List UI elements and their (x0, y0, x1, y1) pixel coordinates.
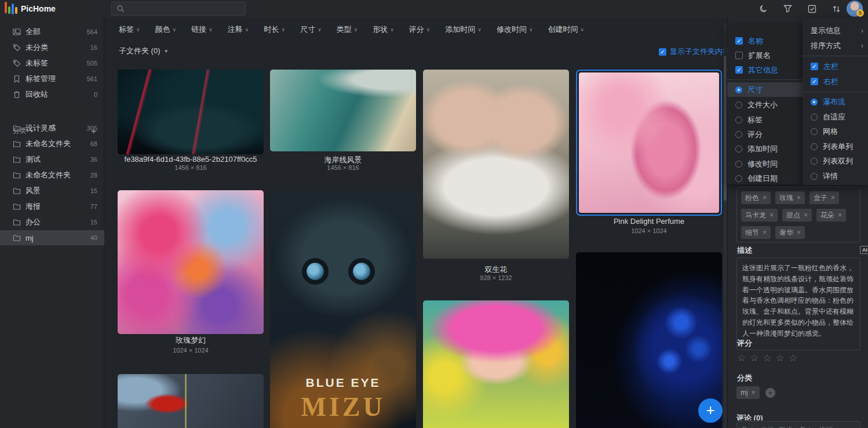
sidebar-folder-poster[interactable]: 海报 77 (0, 199, 104, 214)
tag-pill[interactable]: 花朵× (816, 209, 846, 222)
sidebar-folder-scenery[interactable]: 风景 15 (0, 183, 104, 198)
photo-title: Pink Delight Perfume (576, 217, 722, 226)
filter-link[interactable]: 链接∨ (191, 24, 213, 35)
filter-note[interactable]: 注释∨ (228, 24, 249, 35)
menu-item-label: 自适应 (823, 112, 845, 122)
send-icon[interactable]: ➤ (862, 426, 868, 428)
ai-badge[interactable]: AI (860, 246, 868, 254)
star-empty-icon[interactable]: ☆ (776, 352, 785, 364)
remove-tag-icon[interactable]: × (763, 194, 767, 202)
remove-category-icon[interactable]: × (752, 389, 756, 397)
subfolders-toggle[interactable]: 子文件夹 (0) ▾ (119, 46, 167, 56)
filter-duration[interactable]: 时长∨ (264, 24, 285, 35)
photo-thumbnail-car[interactable] (118, 70, 264, 154)
scrollbar-thumb[interactable] (724, 56, 727, 201)
menu-option-size[interactable]: 尺寸 (727, 82, 803, 97)
sidebar-item-untagged[interactable]: 未标签 505 (0, 56, 104, 71)
tag-label: 盒子 (814, 193, 827, 203)
sidebar-item-uncategorized[interactable]: 未分类 16 (0, 40, 104, 55)
menu-option-added-time[interactable]: 添加时间 (727, 142, 803, 156)
select-mode-icon[interactable] (807, 3, 817, 14)
menu-check-extension[interactable]: 扩展名 (727, 48, 803, 63)
star-empty-icon[interactable]: ☆ (737, 352, 746, 364)
photo-thumbnail-twins[interactable] (423, 70, 569, 259)
tag-pill[interactable]: 奢华× (775, 226, 805, 239)
photo-thumbnail-coast[interactable] (270, 70, 416, 151)
menu-option-filesize[interactable]: 文件大小 (727, 97, 803, 112)
add-button-fab[interactable]: + (698, 398, 723, 423)
menu-layout-grid[interactable]: 网格 (803, 124, 868, 139)
tag-pill[interactable]: 盒子× (809, 191, 839, 204)
photo-thumbnail-rose[interactable] (118, 190, 264, 334)
menu-check-other-info[interactable]: ✓ 其它信息 (727, 63, 803, 77)
rating-stars[interactable]: ☆ ☆ ☆ ☆ ☆ (737, 352, 797, 364)
menu-option-tags[interactable]: 标签 (727, 113, 803, 127)
photo-thumbnail-leopard[interactable] (576, 252, 722, 428)
sidebar-folder-test[interactable]: 测试 36 (0, 152, 104, 167)
tag-pill[interactable]: 玫瑰× (775, 191, 805, 204)
menu-layout-detail[interactable]: 详情 (803, 169, 868, 183)
menu-sort-mode[interactable]: 排序方式 › (803, 38, 868, 53)
tag-pill[interactable]: 甜点× (782, 209, 812, 222)
remove-tag-icon[interactable]: × (804, 211, 808, 219)
remove-tag-icon[interactable]: × (797, 194, 801, 202)
star-empty-icon[interactable]: ☆ (763, 352, 772, 364)
comment-input[interactable] (736, 421, 860, 428)
menu-layout-list-single[interactable]: 列表单列 (803, 139, 868, 154)
star-empty-icon[interactable]: ☆ (789, 352, 797, 364)
sidebar-item-tag-manager[interactable]: 标签管理 561 (0, 71, 104, 86)
filter-added-time[interactable]: 添加时间∨ (445, 24, 482, 35)
sort-icon[interactable] (831, 3, 841, 14)
remove-tag-icon[interactable]: × (831, 194, 835, 202)
filter-created-time[interactable]: 创建时间∨ (548, 24, 585, 35)
sidebar-folder-unnamed-1[interactable]: 未命名文件夹 68 (0, 136, 104, 151)
menu-check-left-column[interactable]: ✓ 左栏 (803, 59, 868, 74)
menu-layout-waterfall[interactable]: 瀑布流 (803, 95, 868, 109)
filter-icon[interactable] (782, 3, 793, 14)
dark-mode-icon[interactable] (758, 3, 768, 14)
add-category-circle-button[interactable]: + (765, 388, 775, 398)
sidebar-folder-mj-selected[interactable]: mj 40 (0, 230, 104, 245)
photo-thumbnail-pinkhair[interactable] (423, 300, 569, 428)
menu-check-right-column[interactable]: ✓ 右栏 (803, 74, 868, 89)
star-empty-icon[interactable]: ☆ (750, 352, 758, 364)
category-pill[interactable]: mj× (736, 386, 760, 399)
photo-thumbnail-parking[interactable] (118, 374, 264, 428)
filter-modified-time[interactable]: 修改时间∨ (497, 24, 533, 35)
menu-option-created-date[interactable]: 创建日期 (727, 171, 803, 186)
pichome-logo-icon[interactable] (5, 2, 19, 16)
menu-display-info[interactable]: 显示信息 › (803, 23, 868, 38)
tags-field[interactable]: 粉色× 玫瑰× 盒子× 马卡龙× 甜点× 花朵× 细节× 奢华× (736, 187, 860, 242)
menu-layout-list-double[interactable]: 列表双列 (803, 154, 868, 168)
menu-check-name[interactable]: ✓ 名称 (727, 34, 803, 48)
tag-pill[interactable]: 粉色× (741, 191, 771, 204)
sidebar-folder-unnamed-2[interactable]: 未命名文件夹 28 (0, 168, 104, 183)
tag-pill[interactable]: 细节× (741, 226, 771, 239)
photo-thumbnail-perfume[interactable] (579, 72, 719, 213)
sidebar-item-all[interactable]: 全部 564 (0, 24, 104, 39)
search-input[interactable] (111, 2, 246, 16)
filter-shape[interactable]: 形状∨ (373, 24, 394, 35)
sidebar-item-trash[interactable]: 回收站 0 (0, 87, 104, 102)
filter-size[interactable]: 尺寸∨ (300, 24, 322, 35)
remove-tag-icon[interactable]: × (763, 228, 767, 237)
menu-layout-adaptive[interactable]: 自适应 (803, 110, 868, 124)
remove-tag-icon[interactable]: × (838, 211, 842, 219)
selected-photo-card[interactable] (576, 70, 722, 216)
show-subfolder-content-checkbox[interactable]: ✓ 显示子文件夹内容 (659, 46, 730, 57)
filter-type[interactable]: 类型∨ (337, 24, 358, 35)
filter-rating[interactable]: 评分∨ (409, 24, 431, 35)
remove-tag-icon[interactable]: × (769, 211, 774, 219)
sidebar-folder-office[interactable]: 办公 15 (0, 215, 104, 230)
filter-tags[interactable]: 标签∨ (119, 24, 140, 35)
menu-option-modified-time[interactable]: 修改时间 (727, 157, 803, 171)
tag-pill[interactable]: 马卡龙× (741, 209, 778, 222)
menu-item-label: 显示信息 (811, 26, 841, 36)
menu-item-label: 列表单列 (823, 142, 853, 152)
description-text[interactable]: 这张图片展示了一瓶粉红色的香水，瓶身有精致的线条设计，瓶颈处装饰着一个透明的玻璃… (736, 257, 860, 350)
photo-thumbnail-mizu-poster[interactable]: BLUE EYE MIZU (270, 191, 416, 428)
sidebar-folder-design[interactable]: 设计灵感 305 (0, 121, 104, 136)
filter-color[interactable]: 颜色∨ (155, 24, 177, 35)
menu-option-rating[interactable]: 评分 (727, 127, 803, 142)
remove-tag-icon[interactable]: × (797, 228, 801, 237)
